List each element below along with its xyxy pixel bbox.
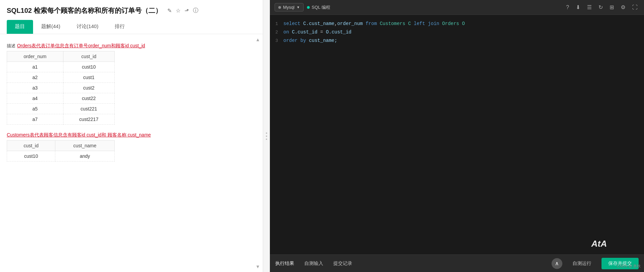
execute-result-btn[interactable]: 执行结果	[275, 258, 294, 269]
left-panel: SQL102 检索每个顾客的名称和所有的订单号（二） ✎ ☆ ⬏ ⓘ 题目 题解…	[0, 0, 263, 272]
divider-dot-1	[266, 132, 267, 134]
code-token: left	[414, 21, 425, 26]
orders-table-desc: Orders表代表订单信息含有订单号order_num和顾客id cust_id	[17, 43, 145, 49]
table-cell: cust22	[63, 93, 114, 104]
table-cell: cust10	[7, 151, 55, 162]
fullscreen-icon[interactable]: ⛶	[631, 4, 639, 11]
customers-table-desc: Customers表代表顾客信息含有顾客id cust_id和 顾客名称 cus…	[7, 132, 151, 138]
download-icon[interactable]: ⬇	[574, 3, 582, 11]
code-token: O.	[326, 29, 332, 35]
code-token: select	[283, 21, 300, 26]
tab-question[interactable]: 题目	[7, 20, 33, 34]
code-token: =	[317, 29, 326, 35]
info-icon[interactable]: ⓘ	[193, 7, 198, 14]
code-token	[405, 21, 408, 26]
code-token: Customers	[380, 21, 405, 26]
divider-dot-2	[266, 135, 267, 137]
edit-icon[interactable]: ✎	[167, 7, 172, 14]
scroll-down-arrow[interactable]: ▼	[255, 264, 260, 269]
line-number: 2	[273, 28, 283, 36]
code-token: C.	[300, 21, 309, 26]
tab-ranking[interactable]: 排行	[107, 20, 133, 34]
chevron-down-icon: ▼	[297, 5, 300, 9]
table-row: cust10andy	[7, 151, 115, 162]
divider-dot-3	[266, 139, 267, 140]
content-area: ▲ 描述 Orders表代表订单信息含有订单号order_num和顾客id cu…	[0, 34, 263, 272]
code-text[interactable]: on C.cust_id = O.cust_id	[283, 28, 352, 36]
code-token: C.	[289, 29, 298, 35]
split-icon[interactable]: ⊞	[608, 3, 616, 11]
table-row: a5cust221	[7, 104, 115, 114]
code-token: by	[300, 38, 306, 43]
code-line: 1select C.cust_name,order_num from Custo…	[273, 20, 644, 28]
code-token: order_num	[337, 21, 363, 26]
self-test-input-btn[interactable]: 自测输入	[304, 258, 323, 269]
table-cell: cust2	[63, 83, 114, 93]
code-editor[interactable]: 1select C.cust_name,order_num from Custo…	[270, 15, 644, 254]
table-cell: a3	[7, 83, 63, 93]
code-token: C	[408, 21, 411, 26]
table-cell: cust1	[63, 72, 114, 83]
panel-divider	[263, 0, 270, 272]
scroll-up-button[interactable]: ∧	[552, 258, 562, 269]
code-text[interactable]: order by cust_name;	[283, 36, 337, 45]
table-cell: a4	[7, 93, 63, 104]
table-cell: a7	[7, 114, 63, 125]
table-row: a1cust10	[7, 62, 115, 72]
table-row: a7cust2217	[7, 114, 115, 125]
code-token: join	[428, 21, 440, 26]
code-token	[439, 21, 442, 26]
code-text[interactable]: select C.cust_name,order_num from Custom…	[283, 20, 465, 28]
table-cell: cust2217	[63, 114, 114, 125]
db-selector-label: Mysql	[283, 5, 295, 10]
watermark: CSDN @ 奥秋	[617, 264, 641, 269]
code-token	[377, 21, 380, 26]
help-icon[interactable]: ?	[564, 4, 571, 11]
code-token: ,	[334, 21, 337, 26]
code-token: cust_id	[332, 29, 352, 35]
code-token	[425, 21, 428, 26]
tab-discussion[interactable]: 讨论(140)	[68, 20, 107, 34]
scroll-up-arrow[interactable]: ▲	[255, 37, 260, 42]
sql-badge: SQL 编程	[307, 4, 330, 10]
table-row: a2cust1	[7, 72, 115, 83]
table-cell: cust10	[63, 62, 114, 72]
code-line: 3order by cust_name;	[273, 36, 644, 45]
right-bottom: 执行结果 自测输入 提交记录 ∧ 自测运行 保存并提交	[270, 254, 644, 272]
page-title: SQL102 检索每个顾客的名称和所有的订单号（二）	[7, 6, 162, 15]
code-token	[411, 21, 414, 26]
code-token: on	[283, 29, 289, 35]
share-icon[interactable]: ⬏	[185, 7, 189, 14]
code-token: O	[462, 21, 465, 26]
self-run-btn[interactable]: 自测运行	[572, 258, 591, 269]
sql-dot	[307, 6, 310, 9]
orders-col-cust-id: cust_id	[63, 51, 114, 62]
refresh-icon[interactable]: ↻	[597, 3, 605, 11]
db-selector[interactable]: Mysql ▼	[275, 3, 304, 11]
table-cell: a1	[7, 62, 63, 72]
code-token: Orders	[442, 21, 459, 26]
tab-solutions[interactable]: 题解(44)	[33, 20, 68, 34]
customers-col-cust-id: cust_id	[7, 141, 55, 151]
star-icon[interactable]: ☆	[176, 7, 180, 14]
line-number: 1	[273, 20, 283, 28]
sql-badge-label: SQL 编程	[312, 4, 330, 10]
right-panel: Mysql ▼ SQL 编程 ? ⬇ ☰ ↻ ⊞ ⚙ ⛶ 1select C.c…	[270, 0, 644, 272]
code-token: from	[366, 21, 377, 26]
code-token: cust_name;	[306, 38, 337, 43]
table-cell: a2	[7, 72, 63, 83]
orders-table: order_num cust_id a1cust10a2cust1a3cust2…	[7, 51, 115, 125]
customers-table: cust_id cust_name cust10andy	[7, 140, 115, 162]
tabs-row: 题目 题解(44) 讨论(140) 排行	[7, 20, 256, 34]
title-row: SQL102 检索每个顾客的名称和所有的订单号（二） ✎ ☆ ⬏ ⓘ	[7, 6, 256, 15]
ata-text: AtA	[591, 239, 607, 249]
table-cell: a5	[7, 104, 63, 114]
section-label: 描述	[7, 43, 16, 48]
format-icon[interactable]: ☰	[585, 3, 593, 11]
table-row: a3cust2	[7, 83, 115, 93]
db-dot	[278, 6, 281, 9]
submit-history-btn[interactable]: 提交记录	[333, 258, 352, 269]
code-line: 2on C.cust_id = O.cust_id	[273, 28, 644, 36]
line-number: 3	[273, 37, 283, 45]
settings-icon[interactable]: ⚙	[619, 3, 627, 11]
